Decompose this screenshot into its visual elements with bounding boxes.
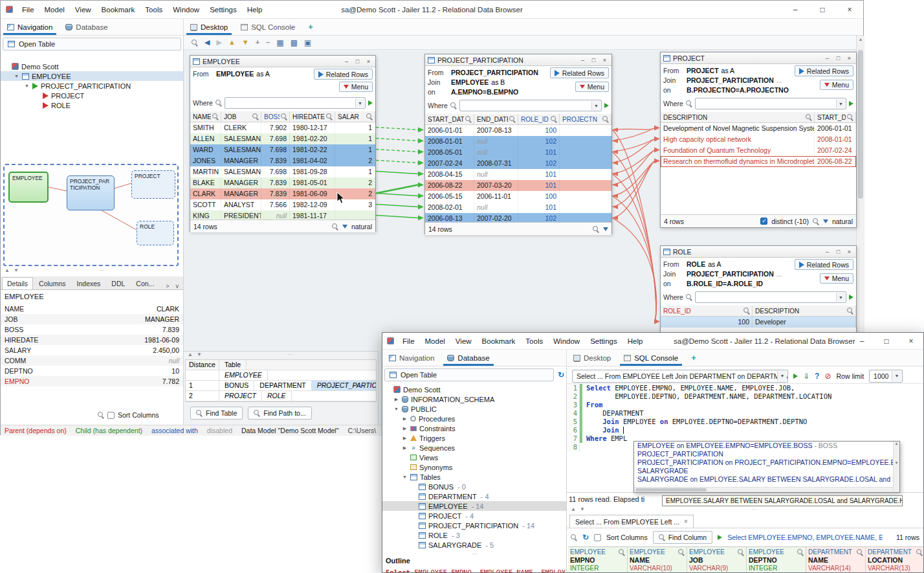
- cell[interactable]: MANAGER: [221, 155, 261, 166]
- column-search-icon[interactable]: [916, 549, 923, 556]
- column-header-projectn[interactable]: PROJECTN: [560, 114, 611, 124]
- cell[interactable]: 2006-11-01: [474, 191, 518, 202]
- cell[interactable]: 7.902: [261, 122, 290, 133]
- menu-item-view[interactable]: View: [450, 337, 477, 345]
- find-column-button[interactable]: Find Column: [653, 531, 713, 544]
- column-search-icon[interactable]: [551, 116, 557, 122]
- cell[interactable]: SALESMAN: [221, 144, 261, 155]
- column-header-start-dat[interactable]: START_DAT: [815, 112, 856, 122]
- closure-table-bonus[interactable]: BONUS: [219, 381, 254, 390]
- table-row[interactable]: 2006-08-132007-02-20102: [425, 213, 611, 222]
- cell[interactable]: [560, 147, 611, 158]
- table-row[interactable]: BLAKEMANAGER7.8391981-05-012: [190, 177, 375, 188]
- cell[interactable]: 1: [335, 166, 375, 177]
- close-icon[interactable]: ×: [836, 1, 863, 18]
- closure-table-department[interactable]: DEPARTMENT: [254, 381, 311, 390]
- employee-window-titlebar[interactable]: EMPLOYEE – □ ×: [190, 56, 375, 67]
- cell[interactable]: [335, 210, 375, 219]
- open-table-button[interactable]: Open Table: [3, 38, 181, 51]
- closure-table-project[interactable]: PROJECT: [219, 391, 262, 401]
- tab-new[interactable]: +: [302, 19, 320, 35]
- open-table-button[interactable]: Open Table: [384, 368, 554, 381]
- autocomplete-item[interactable]: SALARYGRADE: [634, 467, 899, 475]
- closure-table-role[interactable]: ROLE: [262, 391, 292, 401]
- column-search-icon[interactable]: [857, 549, 863, 556]
- cell[interactable]: 1: [335, 133, 375, 144]
- where-condition-input[interactable]: ▼: [695, 291, 846, 303]
- cell[interactable]: BLAKE: [190, 177, 221, 188]
- table-row[interactable]: CLARKMANAGER7.8391981-06-092: [190, 188, 375, 199]
- cell[interactable]: [560, 213, 611, 222]
- cell[interactable]: 2: [335, 177, 375, 188]
- run-where-icon[interactable]: [368, 100, 373, 106]
- result-column-employee-job[interactable]: EMPLOYEEJOBVARCHAR(9): [687, 547, 747, 572]
- tree-item-project[interactable]: PROJECT: [1, 91, 183, 100]
- cell[interactable]: 2006-08-22: [815, 156, 856, 167]
- autocomplete-item[interactable]: EMPLOYEE on EMPLOYEE.EMPNO=EMPLOYEE.BOSS…: [634, 442, 899, 450]
- close-icon[interactable]: ×: [845, 55, 853, 62]
- tree-item-sequences[interactable]: ▶Sequences: [382, 443, 566, 453]
- filter-mode-label[interactable]: natural: [832, 218, 853, 225]
- column-search-icon[interactable]: [738, 549, 744, 556]
- table-row[interactable]: 2006-01-012007-08-13100: [425, 125, 611, 136]
- table-row[interactable]: 2008-04-15null101: [425, 169, 611, 180]
- cell[interactable]: [560, 158, 611, 169]
- closure-table-project-participation[interactable]: PROJECT_PARTICIPATION: [312, 381, 376, 390]
- tree-item-triggers[interactable]: ▶Triggers: [382, 433, 566, 443]
- collapse-up-icon[interactable]: ▲: [5, 267, 10, 273]
- expander-icon[interactable]: ▼: [24, 84, 30, 88]
- query-history-dropdown[interactable]: Select ... From EMPLOYEE Left Join DEPAR…: [572, 370, 788, 383]
- cell[interactable]: 2006-01-01: [425, 125, 474, 136]
- closure-table-employee[interactable]: EMPLOYEE: [219, 370, 268, 380]
- cell[interactable]: 7.839: [261, 155, 290, 166]
- zoom-icon[interactable]: [192, 39, 198, 46]
- column-header-start-date[interactable]: START_DATE: [425, 114, 474, 124]
- menu-item-view[interactable]: View: [70, 6, 96, 14]
- tab-desktop[interactable]: Desktop: [184, 19, 234, 35]
- cell[interactable]: 2008-04-15: [425, 169, 474, 180]
- cell[interactable]: ANALYST: [221, 199, 261, 210]
- tree-item-bonus[interactable]: BONUS- 0: [382, 482, 566, 491]
- scroll-up-icon[interactable]: ▲: [857, 36, 864, 43]
- cell[interactable]: JONES: [190, 155, 221, 166]
- cell[interactable]: 2008-07-31: [474, 158, 518, 169]
- filter-icon[interactable]: [603, 227, 608, 231]
- column-header-boss[interactable]: BOSS: [261, 111, 290, 122]
- maximize-icon[interactable]: □: [809, 1, 836, 18]
- cell[interactable]: 101: [518, 202, 560, 213]
- expander-icon[interactable]: ▶: [402, 436, 408, 441]
- cell[interactable]: SALESMAN: [221, 166, 261, 177]
- maximize-icon[interactable]: □: [353, 58, 362, 65]
- filter-icon[interactable]: [342, 225, 347, 229]
- chevron-down-icon[interactable]: ▼: [836, 293, 845, 302]
- close-icon[interactable]: ×: [684, 518, 688, 525]
- column-search-icon[interactable]: [619, 549, 625, 556]
- sort-columns-checkbox[interactable]: [107, 412, 115, 419]
- cell[interactable]: 101: [518, 147, 560, 158]
- menu-item-help[interactable]: Help: [242, 6, 268, 14]
- table-row[interactable]: MARTINSALESMAN7.6981981-09-281: [190, 166, 375, 177]
- cell[interactable]: MANAGER: [221, 177, 261, 188]
- cell[interactable]: Foundation of Quantum Technology: [661, 145, 815, 156]
- table-row[interactable]: Foundation of Quantum Technology2007-02-…: [661, 145, 856, 156]
- menu-item-tools[interactable]: Tools: [520, 337, 548, 345]
- cell[interactable]: null: [474, 169, 518, 180]
- cell[interactable]: [560, 136, 611, 147]
- minimize-icon[interactable]: –: [782, 1, 809, 18]
- minimize-icon[interactable]: –: [850, 333, 874, 349]
- cell[interactable]: [560, 202, 611, 213]
- menu-item-model[interactable]: Model: [420, 337, 450, 345]
- menu-item-settings[interactable]: Settings: [585, 337, 622, 345]
- cell[interactable]: 101: [518, 169, 560, 180]
- cell[interactable]: WARD: [190, 144, 221, 155]
- cell[interactable]: 102: [518, 213, 560, 222]
- result-column-employee-deptno[interactable]: EMPLOYEEDEPTNOINTEGER: [747, 547, 806, 572]
- tree-item-employee[interactable]: EMPLOYEE- 14: [382, 501, 566, 511]
- tab-database[interactable]: Database: [59, 19, 114, 35]
- popup-vscrollbar[interactable]: ▲▼: [893, 442, 899, 492]
- cell[interactable]: 2007-02-24: [815, 145, 856, 156]
- cell[interactable]: Research on thermofluid dynamics in Micr…: [661, 156, 815, 167]
- menu-item-help[interactable]: Help: [622, 337, 648, 345]
- tree-item-department[interactable]: DEPARTMENT- 4: [382, 491, 566, 501]
- tree-item-synonyms[interactable]: Synonyms: [382, 462, 566, 472]
